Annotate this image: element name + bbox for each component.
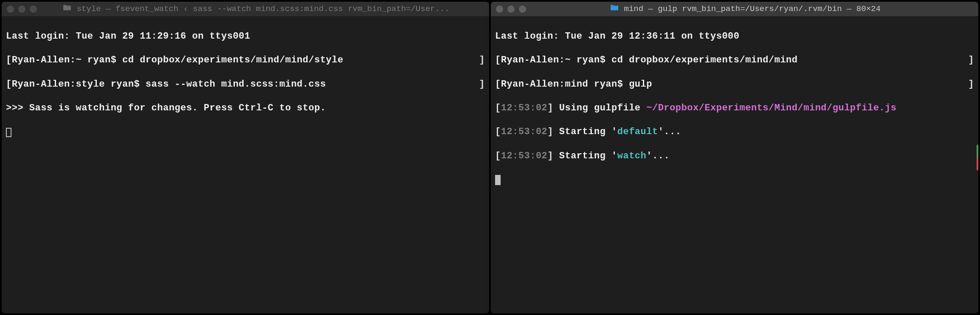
bracket: ] xyxy=(547,127,553,137)
cursor xyxy=(6,128,11,137)
bracket: [ xyxy=(495,127,501,137)
folder-icon xyxy=(610,4,624,14)
title-bar[interactable]: mind — gulp rvm_bin_path=/Users/ryan/.rv… xyxy=(491,2,978,16)
terminal-line: [Ryan-Allen:mind ryan$ gulp] xyxy=(495,79,974,90)
terminal-window-left[interactable]: style — fsevent_watch ‹ sass --watch min… xyxy=(2,2,489,313)
terminal-window-right[interactable]: mind — gulp rvm_bin_path=/Users/ryan/.rv… xyxy=(491,2,978,313)
bracket: ] xyxy=(968,54,974,66)
terminal-line xyxy=(6,126,485,138)
bracket: [ xyxy=(495,151,501,161)
title-bar[interactable]: style — fsevent_watch ‹ sass --watch min… xyxy=(2,2,489,16)
title-text: style — fsevent_watch ‹ sass --watch min… xyxy=(77,4,450,14)
terminal-line: [12:53:02] Starting 'watch'... xyxy=(495,150,974,162)
command: cd dropbox/experiments/mind/mind/style xyxy=(122,55,344,65)
command: sass --watch mind.scss:mind.css xyxy=(146,79,326,90)
minimize-button[interactable] xyxy=(507,6,515,13)
terminal-line: [Ryan-Allen:~ ryan$ cd dropbox/experimen… xyxy=(6,54,485,66)
bracket: [ xyxy=(495,103,501,113)
output-text: >>> Sass is watching for changes. Press … xyxy=(6,103,326,113)
bracket: ] xyxy=(479,79,485,90)
close-button[interactable] xyxy=(496,6,503,13)
terminal-line: >>> Sass is watching for changes. Press … xyxy=(6,102,485,114)
bracket: ] xyxy=(547,151,553,161)
bracket: ] xyxy=(479,54,485,66)
terminal-line: [Ryan-Allen:style ryan$ sass --watch min… xyxy=(6,79,485,90)
prompt: [Ryan-Allen:style ryan$ xyxy=(6,79,146,90)
cursor xyxy=(495,175,501,185)
output-text: '... xyxy=(658,127,681,137)
output-text: '... xyxy=(646,151,670,161)
timestamp: 12:53:02 xyxy=(501,127,548,137)
task-name: watch xyxy=(617,151,647,161)
terminal-line: [12:53:02] Using gulpfile ~/Dropbox/Expe… xyxy=(495,102,974,114)
title-text: mind — gulp rvm_bin_path=/Users/ryan/.rv… xyxy=(624,4,881,14)
minimize-button[interactable] xyxy=(18,6,25,13)
terminal-body[interactable]: Last login: Tue Jan 29 11:29:16 on ttys0… xyxy=(2,16,489,313)
terminal-line: Last login: Tue Jan 29 12:36:11 on ttys0… xyxy=(495,31,974,42)
output-text: Starting ' xyxy=(553,127,617,137)
login-text: Last login: Tue Jan 29 11:29:16 on ttys0… xyxy=(6,31,251,42)
terminal-line: Last login: Tue Jan 29 11:29:16 on ttys0… xyxy=(6,31,485,42)
timestamp: 12:53:02 xyxy=(501,151,548,161)
bracket: ] xyxy=(968,79,974,90)
prompt: [Ryan-Allen:mind ryan$ xyxy=(495,79,629,90)
command: cd dropbox/experiments/mind/mind xyxy=(611,55,797,65)
terminal-line: [12:53:02] Starting 'default'... xyxy=(495,126,974,138)
login-text: Last login: Tue Jan 29 12:36:11 on ttys0… xyxy=(495,31,740,42)
terminal-line xyxy=(495,174,974,186)
prompt: [Ryan-Allen:~ ryan$ xyxy=(6,55,122,65)
terminal-line: [Ryan-Allen:~ ryan$ cd dropbox/experimen… xyxy=(495,54,974,66)
output-text: Using gulpfile xyxy=(553,103,646,113)
window-title: style — fsevent_watch ‹ sass --watch min… xyxy=(31,4,481,14)
bracket: ] xyxy=(547,103,553,113)
timestamp: 12:53:02 xyxy=(501,103,548,113)
command: gulp xyxy=(629,79,652,90)
terminal-body[interactable]: Last login: Tue Jan 29 12:36:11 on ttys0… xyxy=(491,16,978,313)
close-button[interactable] xyxy=(7,6,14,13)
prompt: [Ryan-Allen:~ ryan$ xyxy=(495,55,611,65)
task-name: default xyxy=(617,127,658,137)
folder-icon xyxy=(62,4,76,14)
file-path: ~/Dropbox/Experiments/Mind/mind/gulpfile… xyxy=(646,103,896,113)
output-text: Starting ' xyxy=(553,151,617,161)
edge-indicator xyxy=(977,145,978,170)
window-title: mind — gulp rvm_bin_path=/Users/ryan/.rv… xyxy=(521,4,970,14)
